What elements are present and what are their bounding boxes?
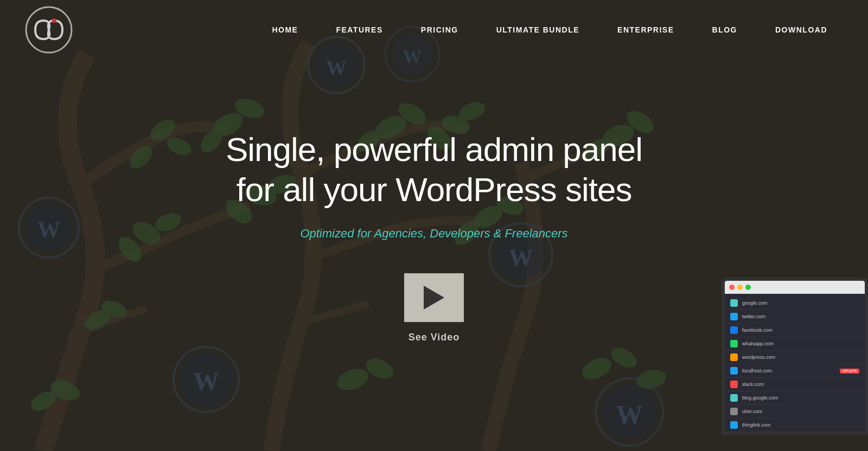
video-label: See Video [409,332,460,343]
nav-link-features[interactable]: FEATURES [317,25,401,34]
list-item: wordpress.com [725,351,865,364]
list-item: twitter.com [725,310,865,324]
hero-section: W W W W W W [0,0,868,451]
nav-item-download[interactable]: DOWNLOAD [756,25,846,35]
list-icon [730,421,738,429]
nav-link-ultimate-bundle[interactable]: ULTIMATE BUNDLE [477,25,598,34]
video-button[interactable]: See Video [404,273,464,343]
list-icon [730,381,738,388]
logo[interactable] [22,3,76,57]
list-item: bamboo.com [725,432,865,435]
list-icon [730,394,738,402]
hero-title: Single, powerful admin panel for all you… [190,130,678,210]
list-item: google.com [725,297,865,310]
nav-link-enterprise[interactable]: ENTERPRISE [598,25,693,34]
play-icon [424,286,444,310]
list-icon [730,353,738,361]
nav-link-download[interactable]: DOWNLOAD [756,25,846,34]
maximize-dot [745,285,751,290]
nav-item-blog[interactable]: BLOG [693,25,756,35]
laptop-list: google.com twitter.com facebook.com what… [725,294,865,435]
list-icon [730,299,738,307]
close-dot [729,285,735,290]
nav-item-ultimate-bundle[interactable]: ULTIMATE BUNDLE [477,25,598,35]
list-item: uber.com [725,405,865,418]
list-item: blog.google.com [725,391,865,405]
minimize-dot [737,285,743,290]
list-icon [730,313,738,320]
nav-link-blog[interactable]: BLOG [693,25,756,34]
laptop-screen: google.com twitter.com facebook.com what… [722,278,868,435]
navbar: HOME FEATURES PRICING ULTIMATE BUNDLE EN… [0,0,868,60]
svg-point-53 [52,18,56,23]
list-item: localhost.com UPDATE [725,364,865,378]
nav-item-pricing[interactable]: PRICING [402,25,477,35]
nav-item-home[interactable]: HOME [253,25,317,35]
list-item: facebook.com [725,324,865,337]
video-play-box[interactable] [404,273,464,322]
list-icon [730,367,738,375]
list-icon [730,408,738,415]
laptop-mockup: google.com twitter.com facebook.com what… [716,278,868,451]
list-item: slack.com [725,378,865,391]
update-badge: UPDATE [840,369,859,373]
hero-subtitle: Optimized for Agencies, Developers & Fre… [190,227,678,241]
list-icon [730,340,738,347]
nav-link-home[interactable]: HOME [253,25,317,34]
nav-link-pricing[interactable]: PRICING [402,25,477,34]
list-icon [730,326,738,334]
list-item: whatsapp.com [725,337,865,351]
logo-icon [24,5,73,54]
nav-item-features[interactable]: FEATURES [317,25,401,35]
nav-item-enterprise[interactable]: ENTERPRISE [598,25,693,35]
laptop-titlebar [725,281,865,294]
nav-links: HOME FEATURES PRICING ULTIMATE BUNDLE EN… [253,25,846,35]
hero-content: Single, powerful admin panel for all you… [190,130,678,343]
list-item: thinglink.com [725,418,865,432]
